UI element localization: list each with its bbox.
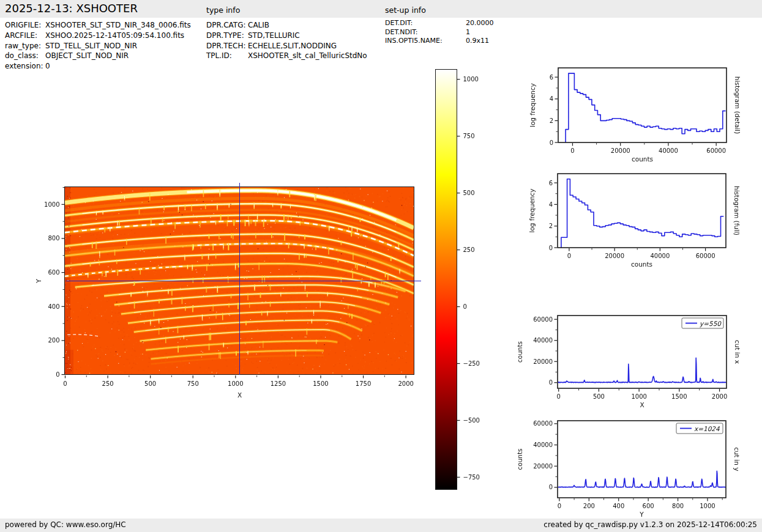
svg-text:6: 6 xyxy=(550,74,553,81)
histogram-detail-plot: 02000040000600000246countslog frequencyh… xyxy=(529,68,741,163)
colorbar-axes: 10007505002500−250−500−750 xyxy=(457,76,480,481)
type-info-row: DPR.TECH:ECHELLE,SLIT,NODDING xyxy=(206,41,246,51)
crosshair-vertical-line xyxy=(239,183,241,375)
field-label: ARCFILE: xyxy=(5,31,37,41)
svg-text:40000: 40000 xyxy=(533,337,553,344)
file-info-block: ORIGFILE:XSHOOTER_SLT_STD_NIR_348_0006.f… xyxy=(5,20,43,72)
svg-text:60000: 60000 xyxy=(706,147,726,154)
svg-text:0: 0 xyxy=(63,380,67,387)
svg-text:1000: 1000 xyxy=(700,503,715,509)
svg-text:counts: counts xyxy=(516,448,523,470)
field-label: DPR.TYPE: xyxy=(206,31,244,41)
svg-text:0: 0 xyxy=(567,253,571,259)
svg-text:60000: 60000 xyxy=(533,420,553,427)
svg-text:750: 750 xyxy=(463,133,475,139)
colorbar xyxy=(435,69,457,490)
svg-text:800: 800 xyxy=(672,503,684,509)
svg-text:20000: 20000 xyxy=(605,253,624,259)
svg-text:20000: 20000 xyxy=(611,147,630,154)
page-title: 2025-12-13: XSHOOTER xyxy=(5,2,138,15)
svg-text:1250: 1250 xyxy=(271,380,286,387)
file-info-row: extension:0 xyxy=(5,61,43,72)
svg-text:500: 500 xyxy=(463,190,475,196)
svg-text:250: 250 xyxy=(102,380,114,387)
field-label: ORIGFILE: xyxy=(5,20,41,31)
svg-text:−750: −750 xyxy=(463,474,480,481)
field-value: CALIB xyxy=(248,20,269,31)
field-label: DPR.CATG: xyxy=(206,20,246,31)
svg-text:2: 2 xyxy=(550,117,553,124)
svg-text:500: 500 xyxy=(144,380,156,387)
setup-info-row: DET.DIT:20.0000 xyxy=(385,19,443,28)
type-info-heading: type info xyxy=(206,6,240,15)
file-info-row: raw_type:STD_TELL_SLIT_NOD_NIR xyxy=(5,41,43,51)
crosshair-horizontal-line xyxy=(65,281,421,282)
field-value: 0.9x11 xyxy=(466,37,489,46)
cut-in-y-plot: 020040060080010000200004000060000Ycounts… xyxy=(516,420,741,518)
svg-text:40000: 40000 xyxy=(650,253,670,259)
svg-text:0: 0 xyxy=(570,147,574,154)
svg-text:1000: 1000 xyxy=(228,380,243,387)
svg-text:x=1024: x=1024 xyxy=(694,425,720,432)
setup-info-row: INS.OPTI5.NAME:0.9x11 xyxy=(385,37,443,46)
histogram-full-plot: 02000040000600000246countslog frequencyh… xyxy=(528,174,741,268)
type-info-block: DPR.CATG:CALIB DPR.TYPE:STD,TELLURIC DPR… xyxy=(206,20,246,61)
setup-info-row: DET.NDIT:1 xyxy=(385,28,443,37)
svg-text:−500: −500 xyxy=(463,417,480,424)
file-info-row: do_class:OBJECT_SLIT_NOD_NIR xyxy=(5,51,43,61)
svg-text:4: 4 xyxy=(549,201,553,208)
svg-text:histogram (full): histogram (full) xyxy=(733,186,741,235)
field-value: 20.0000 xyxy=(466,19,494,28)
file-info-row: ORIGFILE:XSHOOTER_SLT_STD_NIR_348_0006.f… xyxy=(5,20,43,31)
svg-text:400: 400 xyxy=(48,303,59,310)
field-label: DET.NDIT: xyxy=(385,28,418,37)
svg-text:800: 800 xyxy=(48,235,59,242)
field-value: STD,TELLURIC xyxy=(248,31,300,41)
svg-text:cut in x: cut in x xyxy=(734,340,741,364)
svg-text:1000: 1000 xyxy=(463,76,479,83)
svg-text:0: 0 xyxy=(558,503,561,509)
field-label: do_class: xyxy=(5,51,39,61)
svg-text:cut in y: cut in y xyxy=(733,447,741,471)
svg-text:1750: 1750 xyxy=(356,380,371,387)
field-label: raw_type: xyxy=(5,41,41,51)
svg-text:X: X xyxy=(237,391,242,399)
svg-text:counts: counts xyxy=(516,341,523,363)
svg-text:0: 0 xyxy=(56,371,59,378)
field-value: XSHOOTER_SLT_STD_NIR_348_0006.fits xyxy=(45,20,191,31)
svg-text:4: 4 xyxy=(550,95,553,102)
svg-text:0: 0 xyxy=(549,484,553,490)
svg-text:counts: counts xyxy=(632,155,653,163)
setup-info-heading: set-up info xyxy=(385,6,426,15)
svg-text:2000: 2000 xyxy=(712,393,727,400)
svg-text:200: 200 xyxy=(48,337,59,344)
colorbar-gradient xyxy=(436,70,457,489)
svg-text:X: X xyxy=(640,401,644,408)
svg-text:Y: Y xyxy=(639,511,644,518)
field-label: extension: xyxy=(5,61,43,72)
svg-text:counts: counts xyxy=(631,260,652,268)
svg-text:40000: 40000 xyxy=(533,441,553,448)
svg-text:2000: 2000 xyxy=(398,380,413,387)
svg-text:400: 400 xyxy=(613,503,624,509)
field-label: INS.OPTI5.NAME: xyxy=(385,37,443,46)
cut-in-x-plot: 05001000150020000200004000060000Xcountsc… xyxy=(516,316,741,408)
svg-text:−250: −250 xyxy=(463,360,480,367)
svg-text:600: 600 xyxy=(643,503,654,509)
footer-bar: powered by QC: www.eso.org/HC created by… xyxy=(0,519,762,532)
field-label: DPR.TECH: xyxy=(206,41,246,51)
svg-text:1500: 1500 xyxy=(671,393,687,400)
svg-text:Y: Y xyxy=(35,279,42,284)
field-label: DET.DIT: xyxy=(385,19,413,28)
field-value: ECHELLE,SLIT,NODDING xyxy=(248,41,337,51)
svg-text:log frequency: log frequency xyxy=(529,83,536,127)
field-value: OBJECT_SLIT_NOD_NIR xyxy=(45,51,129,61)
svg-text:0: 0 xyxy=(557,393,561,400)
svg-text:500: 500 xyxy=(593,393,605,400)
setup-info-block: DET.DIT:20.0000 DET.NDIT:1 INS.OPTI5.NAM… xyxy=(385,19,443,46)
svg-text:log frequency: log frequency xyxy=(528,188,536,232)
svg-text:1000: 1000 xyxy=(631,393,646,400)
svg-text:histogram (detail): histogram (detail) xyxy=(734,76,741,134)
footer-right-text: created by qc_rawdisp.py v1.2.3 on 2025-… xyxy=(543,520,757,529)
svg-text:200: 200 xyxy=(583,503,595,509)
